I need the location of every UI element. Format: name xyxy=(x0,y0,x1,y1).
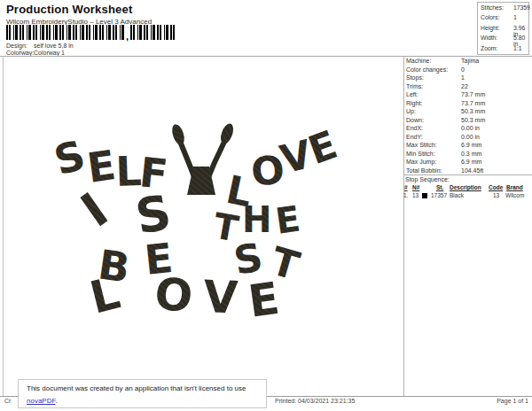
machine-value: 0.00 in xyxy=(461,134,480,140)
page-title: Production Worksheet xyxy=(6,3,132,16)
machine-label: Stops: xyxy=(406,74,424,81)
stat-label: Height: xyxy=(481,25,500,31)
machine-row: Total Bobbin:104.45ft xyxy=(406,167,530,176)
stop-row-num: 1. xyxy=(403,192,408,198)
machine-row: Stops:1 xyxy=(406,74,530,83)
stat-width: Width: 5.80 in xyxy=(481,35,528,44)
novapdf-notice-box: This document was created by an applicat… xyxy=(18,379,267,408)
machine-label: Min Stitch: xyxy=(406,151,435,157)
machine-label: Max Jump: xyxy=(406,159,436,165)
col-header-st: St. xyxy=(436,184,443,190)
machine-value: 6.9 mm xyxy=(461,159,481,165)
machine-label: EndY: xyxy=(406,134,423,140)
machine-value: 1 xyxy=(461,74,465,81)
machine-label: Trims: xyxy=(406,83,423,89)
stop-row-description: Black xyxy=(450,192,464,198)
stat-value: 17359 xyxy=(513,4,530,11)
production-worksheet-page: Production Worksheet Wilcom EmbroiderySt… xyxy=(0,0,532,411)
machine-value: Tajima xyxy=(461,58,479,64)
col-header-num: # xyxy=(404,184,408,190)
col-header-n: N# xyxy=(412,184,419,190)
machine-label: EndX: xyxy=(406,125,423,131)
design-stats-box: Stitches: 17359 Colors: 1 Height: 3.96 i… xyxy=(477,2,529,55)
machine-label: Machine: xyxy=(406,58,431,64)
machine-row: Machine:Tajima xyxy=(406,58,530,66)
barcode-bars-left xyxy=(6,25,124,40)
stop-row-n: 13 xyxy=(412,192,419,198)
machine-row: Right:73.7 mm xyxy=(406,100,530,109)
barcode-comma: , xyxy=(126,33,129,40)
machine-row: Max Stitch:6.9 mm xyxy=(406,142,530,151)
stat-label: Width: xyxy=(481,35,497,41)
colorway-label: Colorway: xyxy=(6,50,34,56)
machine-value: 6.9 mm xyxy=(461,142,481,148)
notice-line1-text: This document was created by an applicat… xyxy=(27,384,246,392)
machine-info-panel: Machine:Tajima Color changes:0 Stops:1 T… xyxy=(406,58,530,175)
machine-row: Min Stitch:0.3 mm xyxy=(406,151,530,159)
machine-value: 0.3 mm xyxy=(461,151,481,157)
machine-value: 0 xyxy=(461,66,465,73)
stop-row-code: 13 xyxy=(493,192,499,198)
machine-value: 0.00 in xyxy=(461,125,480,131)
machine-label: Max Stitch: xyxy=(406,142,437,148)
machine-label: Color changes: xyxy=(406,66,448,73)
stat-label: Colors: xyxy=(481,14,500,20)
butterfly-antennae xyxy=(170,122,236,195)
stat-label: Zoom: xyxy=(481,45,497,51)
stat-value: 1 xyxy=(513,14,517,20)
machine-row: Trims:22 xyxy=(406,83,530,92)
embroidery-design-preview: SELF LOVE IS THE BE ST LOVE xyxy=(51,112,352,324)
machine-value: 104.45ft xyxy=(461,167,483,174)
design-barcode: , xyxy=(6,25,175,40)
machine-value: 22 xyxy=(461,83,468,89)
created-text-partial: Cr xyxy=(4,398,11,404)
machine-label: Total Bobbin: xyxy=(406,167,442,174)
machine-row: EndY:0.00 in xyxy=(406,134,530,143)
machine-value: 73.7 mm xyxy=(461,100,485,106)
machine-value: 73.7 mm xyxy=(461,91,485,97)
notice-line1-period: . xyxy=(55,397,57,405)
stop-sequence-title: Stop Sequence: xyxy=(405,176,450,182)
machine-label: Up: xyxy=(406,108,416,114)
stat-height: Height: 3.96 in xyxy=(481,25,528,35)
design-name-value: self love 5,8 in xyxy=(34,43,74,49)
machine-row: Up:50.3 mm xyxy=(406,108,530,117)
machine-row: Down:50.3 mm xyxy=(406,117,530,126)
stat-colors: Colors: 1 xyxy=(481,14,528,24)
header-divider-line xyxy=(0,56,532,57)
colorway-value: Colorway 1 xyxy=(34,50,65,56)
panel-divider-line xyxy=(403,56,404,396)
printed-timestamp: Printed: 04/03/2021 23:21:35 xyxy=(275,398,355,404)
stat-label: Stitches: xyxy=(481,4,504,11)
machine-value: 50.3 mm xyxy=(461,108,485,114)
machine-label: Right: xyxy=(406,100,422,106)
design-area-left-border xyxy=(3,56,4,396)
stop-row-stitches: 17357 xyxy=(431,192,447,198)
stop-row-brand: Wilcom xyxy=(505,192,524,198)
machine-value: 50.3 mm xyxy=(461,117,485,123)
machine-row: Max Jump:6.9 mm xyxy=(406,159,530,167)
machine-row: EndX:0.00 in xyxy=(406,125,530,134)
col-header-code: Code xyxy=(489,184,503,190)
design-label: Design: xyxy=(6,43,27,49)
stat-zoom: Zoom: 1:1 xyxy=(481,45,528,55)
thread-color-chip xyxy=(422,193,427,198)
page-number: Page 1 of 1 xyxy=(497,398,528,404)
machine-row: Color changes:0 xyxy=(406,66,530,75)
barcode-bars-right xyxy=(130,25,175,40)
col-header-brand: Brand xyxy=(506,184,523,190)
col-header-description: Description xyxy=(450,184,481,190)
stat-stitches: Stitches: 17359 xyxy=(481,4,528,14)
stat-value: 1:1 xyxy=(513,45,521,51)
novapdf-link[interactable]: novaPDF xyxy=(27,397,55,405)
machine-row: Left:73.7 mm xyxy=(406,91,530,100)
machine-label: Down: xyxy=(406,117,424,123)
machine-label: Left: xyxy=(406,91,419,97)
